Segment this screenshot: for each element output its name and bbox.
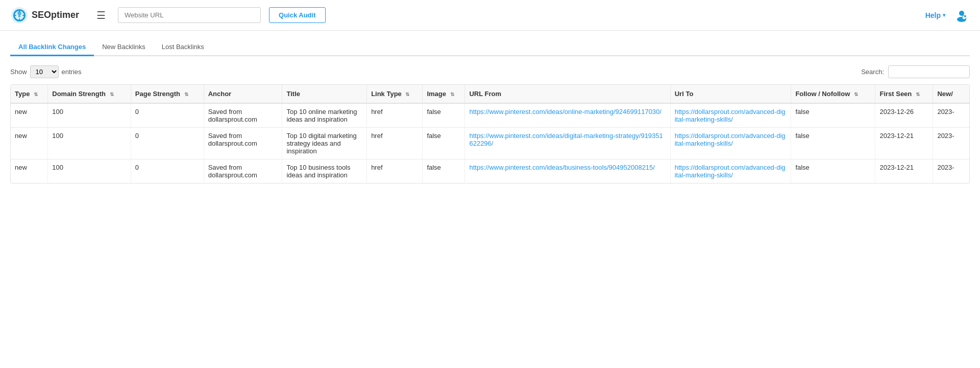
backlinks-table-wrapper: Type ⇅ Domain Strength ⇅ Page Strength ⇅…	[10, 84, 970, 183]
entries-select[interactable]: 10 25 50 100	[30, 65, 59, 78]
sort-icon-type: ⇅	[34, 91, 38, 97]
sort-icon-first-seen: ⇅	[916, 91, 920, 97]
entries-label: entries	[62, 68, 82, 76]
sort-icon-link-type: ⇅	[405, 91, 409, 97]
sort-icon-page: ⇅	[184, 91, 188, 97]
cell-type: new	[11, 159, 48, 183]
cell-image: false	[423, 128, 465, 159]
cell-first-seen: 2023-12-21	[875, 128, 933, 159]
logo-text: SEOptimer	[32, 10, 79, 20]
col-header-anchor: Anchor	[204, 85, 282, 103]
help-button[interactable]: Help ▾	[925, 11, 945, 19]
col-header-new: New/	[933, 85, 969, 103]
search-area: Search:	[861, 65, 970, 78]
col-header-page-strength[interactable]: Page Strength ⇅	[131, 85, 204, 103]
logo-icon	[10, 6, 29, 25]
cell-type: new	[11, 128, 48, 159]
cell-title: Top 10 business tools ideas and inspirat…	[282, 159, 367, 183]
sort-icon-follow: ⇅	[854, 91, 858, 97]
cell-new: 2023-	[933, 159, 969, 183]
cell-page-strength: 0	[131, 159, 204, 183]
cell-domain-strength: 100	[48, 159, 131, 183]
col-header-link-type[interactable]: Link Type ⇅	[367, 85, 423, 103]
help-label: Help	[925, 11, 941, 19]
cell-url-from[interactable]: https://www.pinterest.com/ideas/digital-…	[465, 128, 670, 159]
cell-page-strength: 0	[131, 128, 204, 159]
cell-link-type: href	[367, 159, 423, 183]
col-header-domain-strength[interactable]: Domain Strength ⇅	[48, 85, 131, 103]
help-chevron-icon: ▾	[943, 12, 945, 18]
logo-area: SEOptimer	[10, 6, 79, 25]
cell-new: 2023-	[933, 103, 969, 128]
cell-url-from[interactable]: https://www.pinterest.com/ideas/online-m…	[465, 103, 670, 128]
show-label: Show	[10, 68, 27, 76]
show-entries-control: Show 10 25 50 100 entries	[10, 65, 82, 78]
table-row: new 100 0 Saved from dollarsprout.com To…	[11, 128, 969, 159]
col-header-type[interactable]: Type ⇅	[11, 85, 48, 103]
cell-link-type: href	[367, 128, 423, 159]
table-row: new 100 0 Saved from dollarsprout.com To…	[11, 159, 969, 183]
quick-audit-button[interactable]: Quick Audit	[269, 7, 325, 23]
col-header-follow-nofollow[interactable]: Follow / Nofollow ⇅	[791, 85, 875, 103]
tab-lost-backlinks[interactable]: Lost Backlinks	[154, 39, 212, 56]
header: SEOptimer ☰ Quick Audit Help ▾	[0, 0, 980, 31]
cell-url-to[interactable]: https://dollarsprout.com/advanced-digita…	[670, 103, 791, 128]
cell-new: 2023-	[933, 128, 969, 159]
cell-title: Top 10 online marketing ideas and inspir…	[282, 103, 367, 128]
cell-anchor: Saved from dollarsprout.com	[204, 103, 282, 128]
cell-domain-strength: 100	[48, 128, 131, 159]
cell-image: false	[423, 159, 465, 183]
cell-title: Top 10 digital marketing strategy ideas …	[282, 128, 367, 159]
table-row: new 100 0 Saved from dollarsprout.com To…	[11, 103, 969, 128]
cell-follow-nofollow: false	[791, 128, 875, 159]
cell-type: new	[11, 103, 48, 128]
cell-first-seen: 2023-12-26	[875, 103, 933, 128]
cell-url-from[interactable]: https://www.pinterest.com/ideas/business…	[465, 159, 670, 183]
sort-icon-image: ⇅	[450, 91, 454, 97]
cell-image: false	[423, 103, 465, 128]
cell-anchor: Saved from dollarsprout.com	[204, 159, 282, 183]
col-header-url-from: URL From	[465, 85, 670, 103]
search-input[interactable]	[888, 65, 970, 78]
header-right: Help ▾	[925, 7, 970, 24]
cell-url-to[interactable]: https://dollarsprout.com/advanced-digita…	[670, 159, 791, 183]
cell-link-type: href	[367, 103, 423, 128]
col-header-first-seen[interactable]: First Seen ⇅	[875, 85, 933, 103]
hamburger-menu[interactable]: ☰	[92, 7, 110, 24]
tab-new-backlinks[interactable]: New Backlinks	[94, 39, 154, 56]
col-header-url-to: Url To	[670, 85, 791, 103]
tab-all-backlink-changes[interactable]: All Backlink Changes	[10, 39, 94, 56]
cell-page-strength: 0	[131, 103, 204, 128]
backlinks-table: Type ⇅ Domain Strength ⇅ Page Strength ⇅…	[11, 85, 969, 183]
url-input[interactable]	[118, 7, 261, 23]
svg-point-1	[959, 11, 964, 16]
tabs-bar: All Backlink Changes New Backlinks Lost …	[10, 39, 970, 56]
main-content: All Backlink Changes New Backlinks Lost …	[0, 31, 980, 192]
user-avatar-icon[interactable]	[953, 7, 970, 24]
cell-domain-strength: 100	[48, 103, 131, 128]
search-label: Search:	[861, 68, 884, 76]
cell-follow-nofollow: false	[791, 103, 875, 128]
cell-anchor: Saved from dollarsprout.com	[204, 128, 282, 159]
col-header-title: Title	[282, 85, 367, 103]
col-header-image[interactable]: Image ⇅	[423, 85, 465, 103]
sort-icon-domain: ⇅	[110, 91, 114, 97]
cell-follow-nofollow: false	[791, 159, 875, 183]
controls-row: Show 10 25 50 100 entries Search:	[10, 65, 970, 78]
cell-url-to[interactable]: https://dollarsprout.com/advanced-digita…	[670, 128, 791, 159]
cell-first-seen: 2023-12-21	[875, 159, 933, 183]
table-header-row: Type ⇅ Domain Strength ⇅ Page Strength ⇅…	[11, 85, 969, 103]
